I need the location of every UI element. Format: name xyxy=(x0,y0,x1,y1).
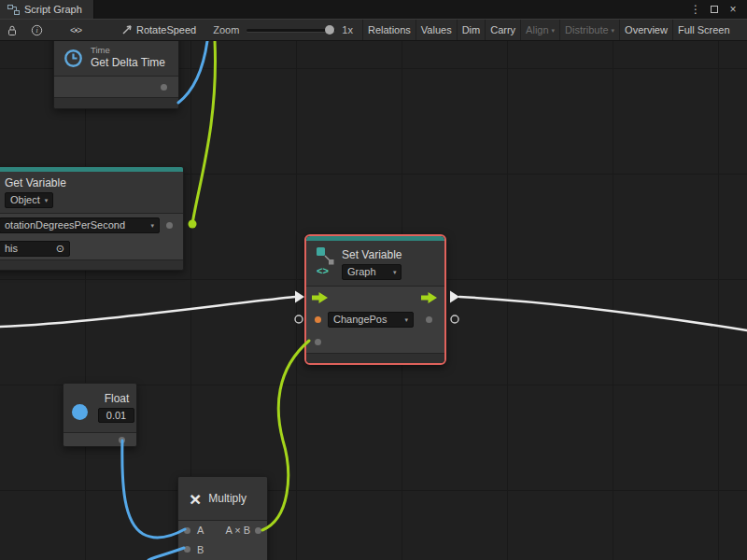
chevron-down-icon: ▾ xyxy=(45,194,49,206)
carry-button[interactable]: Carry xyxy=(485,20,520,40)
node-title: Float xyxy=(101,392,133,405)
maximize-icon xyxy=(711,6,718,13)
zoom-value: 1x xyxy=(342,24,353,35)
flow-output-arrow-icon[interactable] xyxy=(421,292,437,303)
maximize-button[interactable] xyxy=(708,3,721,16)
code-icon: <•> xyxy=(70,25,81,35)
value-output-port[interactable] xyxy=(426,316,432,323)
node-multiply[interactable]: × Multiply A A × B B xyxy=(177,476,268,560)
info-icon: i xyxy=(31,24,43,36)
zoom-label: Zoom xyxy=(213,24,239,35)
chevron-down-icon: ▾ xyxy=(404,314,408,326)
tab-title: Script Graph xyxy=(24,4,82,15)
float-value-field[interactable]: 0.01 xyxy=(98,408,134,423)
tab-script-graph[interactable]: Script Graph xyxy=(0,0,94,19)
node-category: Time xyxy=(91,45,165,55)
window-controls: ⋮ × xyxy=(689,0,747,19)
multiply-icon: × xyxy=(190,489,201,509)
values-button[interactable]: Values xyxy=(416,20,457,40)
flow-wire-left xyxy=(0,297,295,327)
zoom-slider-track xyxy=(247,29,335,32)
node-title: Multiply xyxy=(208,492,247,505)
node-set-variable-selection: <> Set Variable Graph ▾ xyxy=(304,234,446,365)
lock-button[interactable] xyxy=(4,21,21,38)
node-set-variable[interactable]: <> Set Variable Graph ▾ xyxy=(306,236,444,363)
flow-wire-right xyxy=(459,297,747,330)
node-get-delta-time[interactable]: Time Get Delta Time xyxy=(53,41,179,109)
lock-icon xyxy=(7,24,18,36)
align-button[interactable]: Align▾ xyxy=(520,20,559,40)
result-port[interactable] xyxy=(255,527,261,534)
toolbar-buttons: Relations Values Dim Carry Align▾ Distri… xyxy=(362,20,747,40)
green-wire-endpoint xyxy=(189,220,197,229)
graph-pointer-icon xyxy=(121,24,133,35)
secondary-input-port[interactable] xyxy=(315,339,321,345)
input-a-label: A xyxy=(197,525,204,536)
variable-name-dropdown[interactable]: otationDegreesPerSecond ▾ xyxy=(0,217,160,233)
close-button[interactable]: × xyxy=(726,3,740,16)
flow-input-arrow-icon[interactable] xyxy=(312,292,328,303)
relations-button[interactable]: Relations xyxy=(362,20,416,40)
value-input-port[interactable] xyxy=(315,316,321,323)
node-title: Set Variable xyxy=(342,248,402,261)
output-port[interactable] xyxy=(161,84,167,91)
flow-arrowhead-left xyxy=(295,291,304,303)
graph-breadcrumb[interactable]: RotateSpeed xyxy=(121,24,196,35)
script-graph-window: Script Graph ⋮ × i <•> xyxy=(0,0,747,560)
green-wire-top xyxy=(192,41,216,224)
flow-arrowhead-right xyxy=(450,291,459,303)
node-float[interactable]: Float 0.01 xyxy=(63,383,137,447)
input-a-port[interactable] xyxy=(184,527,190,534)
green-wire-multiply-to-setvariable xyxy=(262,341,309,530)
target-icon: ⊙ xyxy=(56,243,64,255)
unconnected-port-ring-left[interactable] xyxy=(295,315,303,323)
script-graph-icon xyxy=(7,5,20,15)
clock-icon xyxy=(63,49,83,68)
inspect-toggle-button[interactable]: <•> xyxy=(67,21,84,38)
result-label: A × B xyxy=(225,525,250,536)
chevron-down-icon: ▾ xyxy=(612,27,615,35)
overview-button[interactable]: Overview xyxy=(619,20,672,40)
svg-text:<>: <> xyxy=(317,265,329,276)
target-object-field[interactable]: his ⊙ xyxy=(0,241,70,257)
input-b-label: B xyxy=(197,544,204,555)
graph-variable-icon: <> xyxy=(314,245,336,276)
tab-bar: Script Graph ⋮ × xyxy=(0,0,747,19)
node-get-variable[interactable]: Get Variable Object ▾ otationDegreesPerS… xyxy=(0,166,184,271)
graph-toolbar: i <•> RotateSpeed Zoom 1x Relations Valu… xyxy=(0,19,747,41)
chevron-down-icon: ▾ xyxy=(150,219,154,231)
fullscreen-button[interactable]: Full Screen xyxy=(672,20,735,40)
window-menu-button[interactable]: ⋮ xyxy=(689,3,702,16)
zoom-slider-handle[interactable] xyxy=(325,25,334,35)
variable-scope-dropdown[interactable]: Object ▾ xyxy=(5,192,53,208)
info-button[interactable]: i xyxy=(28,21,45,38)
blue-wire-float-to-a xyxy=(122,441,185,538)
node-title: Get Delta Time xyxy=(91,56,165,69)
float-icon xyxy=(72,404,88,420)
unconnected-port-ring-right[interactable] xyxy=(451,315,458,323)
distribute-button[interactable]: Distribute▾ xyxy=(559,20,619,40)
chevron-down-icon: ▾ xyxy=(393,266,397,278)
dim-button[interactable]: Dim xyxy=(457,20,486,40)
input-b-port[interactable] xyxy=(184,546,190,553)
graph-canvas[interactable]: Time Get Delta Time Get Variable Object … xyxy=(0,41,747,560)
chevron-down-icon: ▾ xyxy=(552,27,556,35)
value-output-port[interactable] xyxy=(119,437,125,443)
svg-text:i: i xyxy=(35,26,37,35)
node-title: Get Variable xyxy=(5,176,174,189)
graph-name: RotateSpeed xyxy=(136,24,196,35)
value-output-port[interactable] xyxy=(166,222,173,229)
zoom-slider[interactable] xyxy=(247,23,335,36)
variable-scope-dropdown[interactable]: Graph ▾ xyxy=(342,264,402,280)
variable-name-dropdown[interactable]: ChangePos ▾ xyxy=(328,312,414,328)
blue-wire-top xyxy=(178,41,207,103)
